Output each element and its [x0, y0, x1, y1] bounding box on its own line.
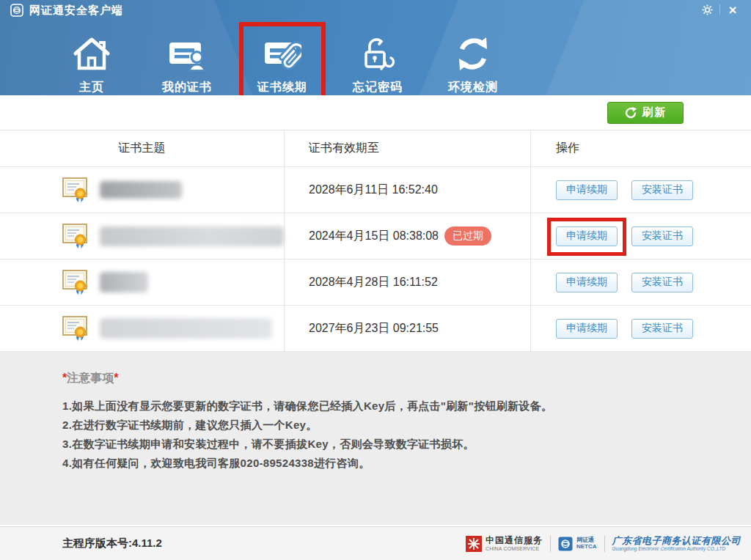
footer: 主程序版本号:4.11.2 中国通信服务 CHINA COMSERVICE — [0, 526, 751, 560]
netca-footer-logo: 网证通 NETCA — [558, 537, 597, 551]
netca-logo-icon — [10, 4, 23, 17]
header: 网证通安全客户端 × — [0, 0, 751, 95]
settings-button[interactable] — [695, 1, 719, 18]
notes-star-right: * — [114, 372, 118, 384]
gear-icon — [702, 4, 713, 15]
install-cert-button[interactable]: 安装证书 — [631, 180, 693, 200]
app-title: 网证通安全客户端 — [29, 4, 123, 18]
expiry-date: 2028年4月28日 16:11:52 — [309, 275, 438, 290]
note-item: 4.如有任何疑问，欢迎致电我司客服020-89524338进行咨询。 — [62, 454, 736, 473]
certificate-subject-redacted — [100, 181, 182, 199]
note-item: 1.如果上面没有显示您要更新的数字证书，请确保您已经插入Key后，再点击"刷新"… — [62, 397, 736, 416]
column-header-operation: 操作 — [530, 130, 751, 166]
certificate-icon — [62, 222, 89, 250]
nav-item-forgot-password[interactable]: 忘记密码 — [341, 25, 414, 95]
certificate-subject-redacted — [100, 226, 284, 246]
gdca-logo: 广东省电子商务认证有限公司 Guangdong Electronic Certi… — [612, 536, 741, 551]
expiry-date: 2027年6月23日 09:21:55 — [309, 321, 439, 336]
gdca-cn-text: 广东省电子商务认证有限公司 — [612, 536, 741, 546]
table-row: 2027年6月23日 09:21:55 申请续期 安装证书 — [0, 306, 751, 352]
nav-label-my-certs: 我的证书 — [162, 80, 212, 95]
table-row: 2028年6月11日 16:52:40 申请续期 安装证书 — [0, 167, 751, 213]
netca-en-text: NETCA — [576, 544, 597, 550]
expiry-date: 2024年4月15日 08:38:08 — [309, 229, 439, 244]
lock-wrench-icon — [359, 25, 397, 73]
install-cert-button[interactable]: 安装证书 — [631, 226, 693, 246]
comservice-en-text: CHINA COMSERVICE — [486, 546, 543, 551]
close-button[interactable]: × — [720, 1, 745, 18]
home-icon — [73, 25, 111, 73]
netca-footer-icon — [558, 537, 573, 551]
install-cert-button[interactable]: 安装证书 — [631, 273, 693, 292]
renew-button[interactable]: 申请续期 — [556, 226, 618, 246]
footer-logo-divider — [550, 536, 551, 552]
table-header-row: 证书主题 证书有效期至 操作 — [0, 130, 751, 167]
refresh-icon — [624, 106, 637, 119]
renew-button[interactable]: 申请续期 — [556, 273, 618, 292]
footer-logo-divider — [604, 536, 605, 552]
certificate-subject-redacted — [100, 272, 148, 292]
note-item: 3.在数字证书续期申请和安装过程中，请不要插拔Key，否则会导致数字证书损坏。 — [62, 435, 736, 454]
china-comservice-logo: 中国通信服务 CHINA COMSERVICE — [466, 536, 543, 552]
refresh-button[interactable]: 刷新 — [607, 102, 684, 124]
nav-item-env-check[interactable]: 环境检测 — [436, 25, 510, 95]
window-controls: × — [695, 1, 745, 18]
titlebar: 网证通安全客户端 × — [0, 0, 751, 21]
expired-badge: 已过期 — [444, 226, 491, 246]
china-comservice-icon — [466, 536, 482, 552]
comservice-cn-text: 中国通信服务 — [486, 536, 543, 545]
main-nav: 主页 我的证书 — [55, 25, 532, 95]
certificate-subject-redacted — [100, 318, 272, 339]
nav-item-home[interactable]: 主页 — [55, 25, 128, 95]
nav-label-env-check: 环境检测 — [448, 80, 498, 95]
column-header-subject: 证书主题 — [0, 130, 284, 166]
note-item: 2.在进行数字证书续期前，建议您只插入一个Key。 — [62, 416, 736, 435]
nav-item-cert-renewal[interactable]: 证书续期 — [246, 25, 319, 95]
table-row: 2028年4月28日 16:11:52 申请续期 安装证书 — [0, 259, 751, 306]
certificate-icon — [62, 314, 89, 342]
close-icon: × — [728, 3, 736, 17]
table-row: 2024年4月15日 08:38:08 已过期 申请续期 安装证书 — [0, 213, 751, 259]
renew-button[interactable]: 申请续期 — [556, 180, 618, 200]
install-cert-button[interactable]: 安装证书 — [631, 319, 693, 339]
certificate-table: 证书主题 证书有效期至 操作 2028年6月11日 16:52:40 — [0, 130, 751, 352]
notes-title: *注意事项* — [62, 371, 736, 386]
nav-label-forgot-password: 忘记密码 — [353, 80, 403, 95]
id-card-person-icon — [168, 25, 206, 73]
toolbar: 刷新 — [0, 95, 751, 130]
sync-arrows-icon — [454, 25, 492, 73]
app-window: 网证通安全客户端 × — [0, 0, 751, 560]
refresh-label: 刷新 — [642, 106, 667, 119]
version-label: 主程序版本号:4.11.2 — [62, 537, 162, 550]
certificate-icon — [62, 268, 89, 296]
expiry-date: 2028年6月11日 16:52:40 — [309, 183, 438, 198]
nav-item-my-certs[interactable]: 我的证书 — [150, 25, 224, 95]
nav-label-cert-renewal: 证书续期 — [257, 80, 307, 95]
card-paperclip-icon — [263, 25, 301, 73]
gdca-en-text: Guangdong Electronic Certification Autho… — [612, 546, 741, 551]
footer-logos: 中国通信服务 CHINA COMSERVICE 网证通 NETCA 广东省电子商… — [466, 536, 741, 552]
certificate-icon — [62, 176, 89, 204]
notes-section: *注意事项* 1.如果上面没有显示您要更新的数字证书，请确保您已经插入Key后，… — [0, 352, 751, 525]
notes-title-text: 注意事项 — [67, 372, 114, 384]
column-header-valid-until: 证书有效期至 — [284, 130, 530, 166]
renew-button[interactable]: 申请续期 — [556, 319, 618, 339]
nav-label-home: 主页 — [79, 80, 104, 95]
